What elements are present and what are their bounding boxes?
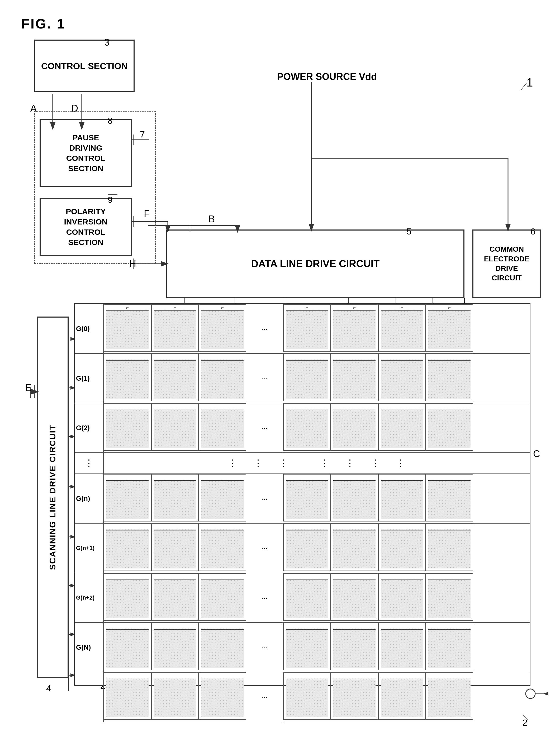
pixel-cell — [199, 573, 246, 621]
pixel-cell — [199, 354, 246, 401]
pixel-cell — [426, 354, 473, 401]
scanning-box: SCANNING LINE DRIVE CIRCUIT — [37, 317, 68, 678]
row-label-gn: G(n) — [75, 474, 104, 523]
pixel-cell — [426, 403, 473, 451]
pixel-cell — [104, 474, 151, 522]
data-line-box: DATA LINE DRIVE CIRCUIT — [166, 229, 464, 298]
pixel-cell — [331, 354, 378, 401]
polarity-label: POLARITYINVERSIONCONTROLSECTION — [64, 206, 107, 248]
pixel-cell — [331, 672, 378, 720]
row-label-g0: G(0) — [75, 304, 104, 353]
pixel-cells-row1: ··· — [104, 354, 473, 403]
pixel-cell — [104, 354, 151, 401]
common-electrode-box: COMMONELECTRODEDRIVECIRCUIT — [472, 229, 541, 298]
pixel-cell — [283, 573, 331, 621]
control-section-label: CONTROL SECTION — [41, 60, 128, 72]
pixel-cell — [283, 672, 331, 720]
pixel-cell: ⌐ — [426, 304, 473, 352]
pixel-cell — [104, 573, 151, 621]
pixel-cell — [331, 474, 378, 522]
polarity-box: POLARITYINVERSIONCONTROLSECTION — [40, 198, 132, 256]
label-8: 8 — [108, 115, 113, 126]
pixel-cell: ⌐ — [199, 304, 246, 352]
pixel-grid-area: G(0) ⌐ ⌐ ⌐ ··· ⌐ ⌐ ⌐ ⌐ G(1) ··· G(2) — [74, 303, 530, 686]
row-label-2a — [75, 672, 104, 722]
label-6: 6 — [530, 226, 536, 236]
grid-row-n1: G(n+1) ··· — [75, 524, 530, 573]
row-label-gn1: G(n+1) — [75, 524, 104, 573]
pixel-cell — [283, 403, 331, 451]
pixel-cells-row0: ⌐ ⌐ ⌐ ··· ⌐ ⌐ ⌐ ⌐ — [104, 304, 473, 353]
pixel-cell: ⌐ — [378, 304, 426, 352]
label-e: E — [25, 382, 32, 393]
pixel-cell-dots: ··· — [246, 354, 283, 403]
pixel-cell — [378, 672, 426, 720]
pixel-cell: ⌐ — [331, 304, 378, 352]
pixel-cell — [426, 623, 473, 670]
pixel-cell-dots: ··· — [246, 573, 283, 622]
pixel-cell — [104, 403, 151, 451]
pixel-cell — [151, 573, 199, 621]
data-line-label: DATA LINE DRIVE CIRCUIT — [251, 258, 380, 270]
pixel-cell — [199, 474, 246, 522]
svg-line-33 — [521, 83, 526, 90]
label-7: 7 — [140, 129, 145, 140]
pixel-cell — [151, 623, 199, 670]
label-9: 9 — [108, 195, 113, 205]
pixel-cell — [426, 672, 473, 720]
label-3: 3 — [104, 37, 109, 48]
row-label-g2: G(2) — [75, 403, 104, 453]
pixel-cell — [199, 524, 246, 571]
pause-driving-box: PAUSEDRIVINGCONTROLSECTION — [40, 119, 132, 187]
pixel-cell — [331, 524, 378, 571]
pixel-cell: ⌐ — [151, 304, 199, 352]
pixel-cells-rowN: ··· — [104, 623, 473, 672]
pixel-cells-rown: ··· — [104, 474, 473, 523]
pixel-cell — [199, 672, 246, 720]
pixel-cell — [331, 573, 378, 621]
grid-row-dots: ⋮ ⋮ ⋮ ⋮ ⋮ ⋮ ⋮ ⋮ — [75, 453, 530, 474]
pixel-cells-rown2: ··· — [104, 573, 473, 622]
pixel-cell — [104, 623, 151, 670]
pixel-cell — [426, 573, 473, 621]
pixel-cell-dots: ··· — [246, 403, 283, 453]
pause-driving-label: PAUSEDRIVINGCONTROLSECTION — [66, 132, 105, 173]
pixel-cell — [331, 403, 378, 451]
grid-row-1: G(1) ··· — [75, 354, 530, 403]
pixel-cell — [331, 623, 378, 670]
row-dots-content: ⋮ ⋮ ⋮ ⋮ ⋮ ⋮ ⋮ — [104, 453, 530, 473]
grid-row-n: G(n) ··· — [75, 474, 530, 524]
pixel-cell — [283, 354, 331, 401]
label-c: C — [533, 448, 540, 460]
pixel-cell — [426, 524, 473, 571]
row-label-gn2: G(n+2) — [75, 573, 104, 622]
pixel-cell — [378, 354, 426, 401]
pixel-cells-row2: ··· — [104, 403, 473, 453]
figure-title: FIG. 1 — [21, 16, 65, 32]
grid-row-N: G(N) ··· — [75, 623, 530, 672]
pixel-cell — [378, 474, 426, 522]
pixel-cell-dots: ··· — [246, 672, 283, 722]
pixel-cells-rown1: ··· — [104, 524, 473, 573]
pixel-cell — [104, 524, 151, 571]
scanning-label: SCANNING LINE DRIVE CIRCUIT — [47, 424, 58, 570]
pixel-cell — [199, 403, 246, 451]
grid-row-2a: ··· — [75, 672, 530, 722]
pixel-cell — [378, 403, 426, 451]
pixel-cell — [151, 474, 199, 522]
pixel-cell — [151, 354, 199, 401]
pixel-cell: ⌐ — [283, 304, 331, 352]
label-1: 1 — [526, 76, 533, 89]
pixel-cell — [378, 623, 426, 670]
pixel-cell-dots: ··· — [246, 474, 283, 523]
control-section-box: CONTROL SECTION — [34, 40, 135, 92]
common-electrode-label: COMMONELECTRODEDRIVECIRCUIT — [484, 245, 530, 283]
pixel-cell-dots: ··· — [246, 524, 283, 573]
pixel-cell — [151, 524, 199, 571]
label-h: H — [129, 259, 136, 270]
pixel-cell — [151, 403, 199, 451]
pixel-cell — [283, 524, 331, 571]
pixel-cell — [283, 623, 331, 670]
pixel-cell — [378, 573, 426, 621]
pixel-cell — [199, 623, 246, 670]
